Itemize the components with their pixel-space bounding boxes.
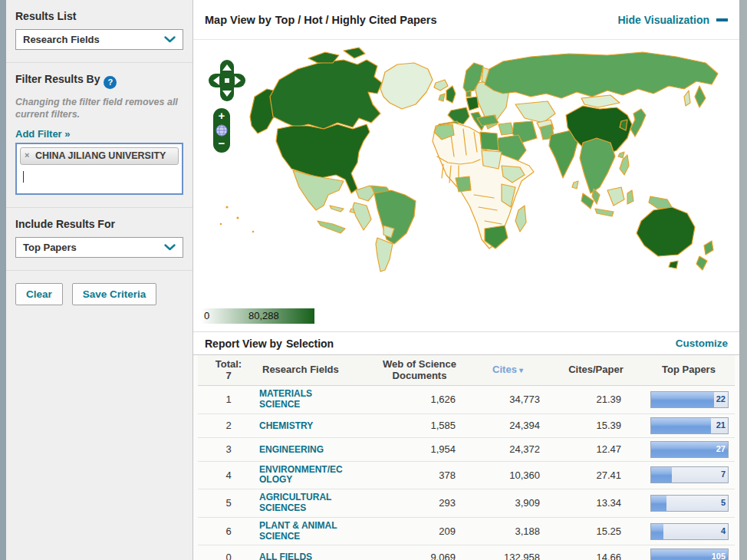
country-philippines[interactable] — [620, 155, 629, 175]
map-color-legend: 0 80,288 — [201, 308, 314, 324]
map-zoom-control[interactable]: + − — [212, 107, 231, 153]
country-mexico[interactable] — [293, 170, 344, 210]
country-argentina[interactable] — [376, 238, 393, 272]
col-header-research-fields[interactable]: Research Fields — [259, 364, 373, 376]
legend-min: 0 — [204, 310, 209, 321]
rank-cell: 4 — [198, 469, 259, 481]
col-header-cites[interactable]: Cites▾ — [466, 364, 549, 376]
cites-per-paper-cell: 21.39 — [549, 394, 643, 405]
add-filter-link[interactable]: Add Filter » — [15, 128, 71, 140]
hide-visualization-link[interactable]: Hide Visualization — [617, 14, 728, 26]
field-link[interactable]: MATERIALS SCIENCE — [259, 389, 345, 410]
country-canada-arctic[interactable] — [308, 52, 339, 63]
results-list-dropdown[interactable]: Research Fields — [15, 29, 183, 50]
save-criteria-button[interactable]: Save Criteria — [72, 283, 157, 305]
col-header-cites-per-paper[interactable]: Cites/Paper — [549, 364, 643, 376]
help-icon[interactable]: ? — [104, 76, 117, 89]
country-canada-arctic[interactable] — [344, 48, 365, 58]
pacific-islands — [220, 206, 255, 232]
filter-results-section: Filter Results By? Changing the filter f… — [6, 62, 193, 207]
country-denmark[interactable] — [466, 91, 471, 97]
country-brazil[interactable] — [374, 190, 416, 244]
filter-tag: × CHINA JILIANG UNIVERSITY — [20, 147, 179, 165]
filter-tag-label: CHINA JILIANG UNIVERSITY — [35, 150, 166, 161]
col-header-wos-documents[interactable]: Web of Science Documents — [373, 359, 466, 382]
rank-cell: 3 — [198, 443, 259, 455]
filter-input-box[interactable]: × CHINA JILIANG UNIVERSITY — [15, 143, 183, 195]
country-cuba[interactable] — [330, 206, 344, 212]
text-cursor — [23, 171, 24, 183]
docs-cell: 1,585 — [373, 420, 466, 431]
pan-center[interactable] — [225, 78, 229, 83]
country-iraq-syria[interactable] — [499, 123, 514, 135]
table-row: 3 ENGINEERING 1,954 24,372 12.47 27 — [198, 438, 735, 462]
map-view-title: Map View byTop / Hot / Highly Cited Pape… — [205, 14, 437, 26]
country-new-guinea[interactable] — [649, 196, 672, 209]
country-nigeria[interactable] — [456, 176, 471, 192]
field-link[interactable]: ALL FIELDS — [259, 552, 312, 560]
page-scrollbar-track[interactable] — [739, 0, 747, 560]
docs-cell: 378 — [373, 469, 466, 481]
cites-per-paper-cell: 12.47 — [549, 443, 643, 455]
country-new-zealand[interactable] — [704, 241, 713, 255]
cites-per-paper-cell: 15.25 — [549, 525, 643, 537]
cites-per-paper-cell: 15.39 — [549, 420, 643, 431]
results-list-section: Results List Research Fields — [6, 0, 193, 62]
region-southeast-asia[interactable] — [580, 138, 615, 193]
country-uk[interactable] — [446, 86, 456, 103]
cites-per-paper-cell: 14.66 — [549, 552, 643, 560]
country-new-zealand[interactable] — [696, 256, 707, 270]
country-ireland[interactable] — [439, 94, 445, 101]
map-pan-control[interactable] — [209, 60, 245, 101]
zoom-out-icon[interactable]: − — [219, 137, 225, 150]
country-greenland[interactable] — [380, 63, 433, 109]
country-sakhalin[interactable] — [684, 91, 690, 106]
zoom-in-icon[interactable]: + — [219, 109, 225, 122]
top-papers-bar: 105 — [650, 548, 729, 560]
country-taiwan[interactable] — [618, 152, 624, 158]
country-egypt[interactable] — [480, 132, 499, 150]
include-results-section: Include Results For Top Papers — [6, 207, 193, 270]
country-borneo[interactable] — [607, 187, 624, 206]
field-link[interactable]: AGRICULTURAL SCIENCES — [259, 492, 345, 514]
country-russia[interactable] — [485, 52, 718, 98]
docs-cell: 293 — [373, 497, 466, 509]
country-central-america[interactable] — [318, 221, 345, 233]
cites-per-paper-cell: 27.41 — [549, 469, 643, 481]
world-map[interactable] — [193, 43, 732, 307]
country-iceland[interactable] — [434, 80, 448, 91]
top-papers-bar: 4 — [650, 523, 729, 540]
include-results-dropdown[interactable]: Top Papers — [15, 237, 183, 258]
country-java[interactable] — [595, 209, 614, 216]
cites-cell: 132,958 — [466, 552, 549, 560]
country-japan[interactable] — [630, 109, 646, 137]
field-link[interactable]: PLANT & ANIMAL SCIENCE — [259, 521, 345, 542]
col-header-top-papers[interactable]: Top Papers — [643, 364, 735, 376]
field-link[interactable]: ENGINEERING — [259, 445, 324, 456]
rank-cell: 6 — [198, 525, 259, 537]
country-canada[interactable] — [270, 60, 382, 129]
country-mongolia[interactable] — [581, 95, 620, 107]
clear-button[interactable]: Clear — [15, 283, 63, 305]
country-russia-kamchatka[interactable] — [695, 86, 706, 107]
table-row: 4 ENVIRONMENT/ECOLOGY 378 10,360 27.41 7 — [198, 462, 735, 490]
field-link[interactable]: CHEMISTRY — [259, 421, 313, 432]
rank-cell: 2 — [198, 420, 259, 431]
country-sulawesi[interactable] — [627, 190, 633, 204]
country-madagascar[interactable] — [515, 206, 526, 232]
country-sri-lanka[interactable] — [572, 181, 578, 189]
remove-tag-icon[interactable]: × — [25, 150, 29, 160]
legend-max: 80,288 — [248, 310, 279, 321]
country-peru[interactable] — [353, 203, 371, 230]
page-left-edge — [0, 0, 6, 560]
country-australia[interactable] — [637, 207, 695, 256]
top-papers-bar: 22 — [650, 391, 729, 408]
rank-cell: 1 — [198, 394, 259, 405]
country-sudan[interactable] — [482, 150, 502, 169]
customize-link[interactable]: Customize — [676, 338, 728, 349]
field-link[interactable]: ENVIRONMENT/ECOLOGY — [259, 465, 345, 486]
include-results-heading: Include Results For — [15, 218, 183, 230]
globe-icon[interactable] — [216, 125, 227, 136]
country-germany[interactable] — [466, 97, 479, 110]
country-tasmania[interactable] — [669, 261, 678, 268]
